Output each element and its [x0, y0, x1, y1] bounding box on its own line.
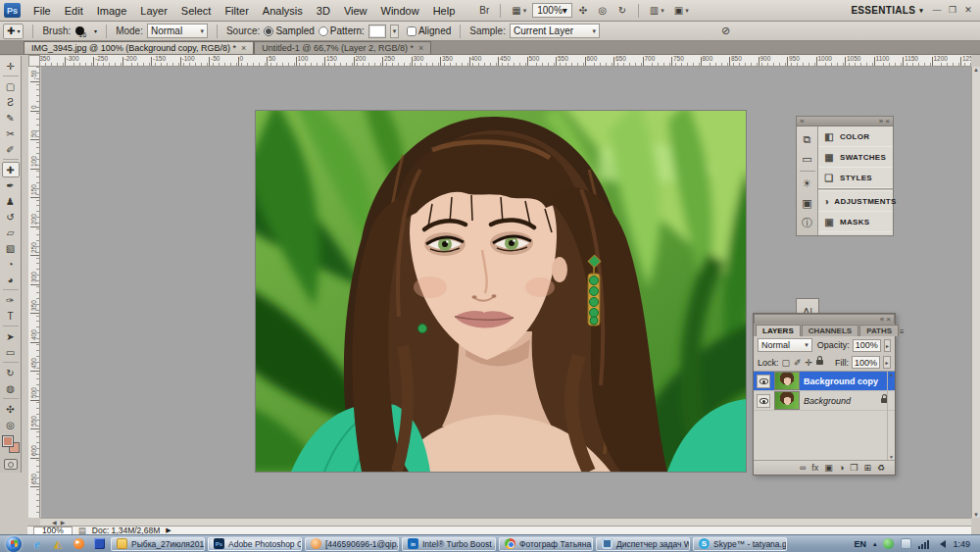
swatches-panel-button[interactable]: ▦SWATCHES: [818, 147, 893, 168]
taskbar-button[interactable]: Фотограф Татьяна ...: [499, 537, 593, 551]
landscape-panel-icon[interactable]: ▣: [799, 194, 816, 212]
orbit-3d-tool[interactable]: ◍: [2, 380, 20, 396]
sample-select[interactable]: Current Layer▾: [510, 24, 600, 38]
menu-window[interactable]: Window: [374, 2, 426, 20]
horizontal-scrollbar[interactable]: ◀▶: [40, 518, 971, 526]
healing-brush-tool[interactable]: ✚: [2, 162, 20, 177]
quick-selection-tool[interactable]: ✎: [2, 110, 20, 125]
adjustment-layer-icon[interactable]: ◑: [839, 463, 844, 473]
menu-edit[interactable]: Edit: [58, 2, 90, 20]
layer-thumbnail[interactable]: [774, 391, 800, 410]
quicklaunch-media-app-icon[interactable]: [70, 536, 87, 552]
document-tab[interactable]: IMG_3945.jpg @ 100% (Background copy, RG…: [24, 41, 254, 54]
layers-scrollbar[interactable]: ▲▼: [887, 372, 895, 460]
tab-channels[interactable]: CHANNELS: [802, 325, 858, 336]
clock[interactable]: 1:49: [953, 539, 970, 549]
brightness-panel-icon[interactable]: ☀: [799, 175, 816, 192]
dock-header[interactable]: » » ×: [796, 116, 894, 125]
taskbar-button[interactable]: SSkype™ - tatyana.gl...: [693, 537, 787, 551]
scroll-down-icon[interactable]: ▼: [973, 512, 979, 518]
aligned-checkbox-input[interactable]: [407, 26, 416, 36]
opacity-spinner-icon[interactable]: ▸: [884, 339, 891, 352]
status-arrow-icon[interactable]: ▶: [166, 527, 171, 534]
add-mask-icon[interactable]: ▣: [824, 463, 833, 473]
scroll-left-icon[interactable]: ◀: [52, 519, 57, 526]
chevron-down-icon[interactable]: ▾: [94, 27, 97, 34]
menu-filter[interactable]: Filter: [218, 2, 255, 20]
sampled-radio[interactable]: Sampled: [264, 25, 314, 36]
type-tool[interactable]: T: [2, 308, 20, 324]
layer-visibility-toggle[interactable]: [757, 394, 770, 408]
frames-panel-icon[interactable]: ⧉: [799, 130, 816, 148]
quicklaunch-grid-app-icon[interactable]: [90, 536, 108, 552]
masks-panel-button[interactable]: ▣MASKS: [818, 212, 893, 232]
opacity-value[interactable]: 100%: [853, 339, 881, 352]
blur-tool[interactable]: ◔: [2, 256, 20, 272]
menu-image[interactable]: Image: [90, 2, 134, 20]
marquee-tool[interactable]: ▢: [2, 78, 20, 94]
menu-layer[interactable]: Layer: [133, 2, 174, 20]
tab-layers[interactable]: LAYERS: [756, 325, 801, 336]
pattern-swatch[interactable]: [368, 25, 386, 38]
photoshop-logo-icon[interactable]: Ps: [4, 3, 21, 18]
fill-spinner-icon[interactable]: ▸: [883, 356, 891, 369]
language-indicator[interactable]: EN: [854, 539, 866, 549]
layer-row[interactable]: Background: [754, 391, 895, 411]
zoom-tool[interactable]: ◎: [2, 417, 20, 432]
dodge-tool[interactable]: ◕: [2, 272, 20, 287]
view-extras-icon[interactable]: ▦▾: [508, 3, 530, 19]
ruler-corner[interactable]: [28, 55, 40, 67]
foreground-color-swatch[interactable]: [2, 435, 14, 447]
move-tool[interactable]: ✛: [2, 58, 20, 74]
pen-tool[interactable]: ✑: [2, 292, 20, 308]
rotate-view-icon[interactable]: ↻: [613, 3, 631, 19]
color-panel-button[interactable]: ◧COLOR: [818, 126, 893, 147]
new-layer-icon[interactable]: ⊞: [863, 463, 871, 473]
menu-3d[interactable]: 3D: [310, 2, 337, 20]
workspace-switcher[interactable]: ESSENTIALS ▾: [843, 5, 931, 16]
close-tab-icon[interactable]: ×: [418, 43, 423, 53]
tool-preset-picker[interactable]: ✚ ▾: [3, 24, 24, 39]
layers-dock-header[interactable]: « ×: [754, 314, 895, 324]
zoom-level-select[interactable]: 100%▾: [532, 3, 572, 18]
taskbar-button[interactable]: inIntel® Turbo Boost ...: [402, 537, 496, 551]
adjustments-panel-button[interactable]: ◑ADJUSTMENTS: [818, 191, 893, 212]
slideshow-panel-icon[interactable]: ▭: [799, 150, 816, 168]
layer-style-icon[interactable]: fx: [811, 463, 818, 473]
menu-view[interactable]: View: [337, 2, 374, 20]
lock-all-icon[interactable]: [816, 360, 823, 365]
layer-visibility-toggle[interactable]: [757, 375, 770, 388]
close-icon[interactable]: ×: [886, 315, 891, 324]
antivirus-tray-icon[interactable]: [883, 538, 894, 549]
minimize-button[interactable]: —: [931, 5, 943, 17]
menu-file[interactable]: File: [26, 2, 58, 20]
taskbar-button[interactable]: Диспетчер задач W...: [596, 537, 690, 551]
hand-tool-icon[interactable]: ✣: [574, 3, 592, 19]
restore-button[interactable]: ❐: [947, 5, 958, 17]
screen-mode-icon[interactable]: ▣▾: [670, 3, 693, 19]
menu-select[interactable]: Select: [174, 2, 219, 20]
brush-tool[interactable]: ✒: [2, 177, 20, 193]
quicklaunch-triangle-app-icon[interactable]: ◭: [49, 536, 67, 552]
eyedropper-tool[interactable]: ✐: [2, 141, 20, 157]
arrange-documents-icon[interactable]: ▥▾: [646, 3, 668, 19]
ignore-adjustment-layers-icon[interactable]: ⊘: [721, 25, 730, 37]
close-icon[interactable]: ×: [885, 117, 890, 125]
tab-paths[interactable]: PATHS: [859, 325, 899, 336]
lock-pixels-icon[interactable]: ✐: [794, 358, 802, 368]
lasso-tool[interactable]: Ƨ: [2, 94, 20, 110]
lock-transparency-icon[interactable]: ▢: [782, 358, 791, 368]
eraser-tool[interactable]: ▱: [2, 225, 20, 240]
close-button[interactable]: ✕: [962, 5, 974, 17]
new-group-icon[interactable]: ❒: [850, 463, 858, 473]
menu-analysis[interactable]: Analysis: [256, 2, 310, 20]
hand-tool[interactable]: ✣: [2, 401, 20, 417]
taskbar-button[interactable]: PsAdobe Photoshop C...: [208, 537, 302, 551]
path-selection-tool[interactable]: ➤: [2, 328, 20, 344]
taskbar-button[interactable]: [446590696-1@qip.ru]: [305, 537, 399, 551]
bridge-icon[interactable]: Br: [475, 3, 493, 19]
layer-thumbnail[interactable]: [774, 372, 800, 390]
collapse-icon[interactable]: «: [880, 315, 884, 324]
rotate-3d-tool[interactable]: ↻: [2, 365, 20, 380]
expand-panels-icon[interactable]: »: [879, 117, 883, 125]
